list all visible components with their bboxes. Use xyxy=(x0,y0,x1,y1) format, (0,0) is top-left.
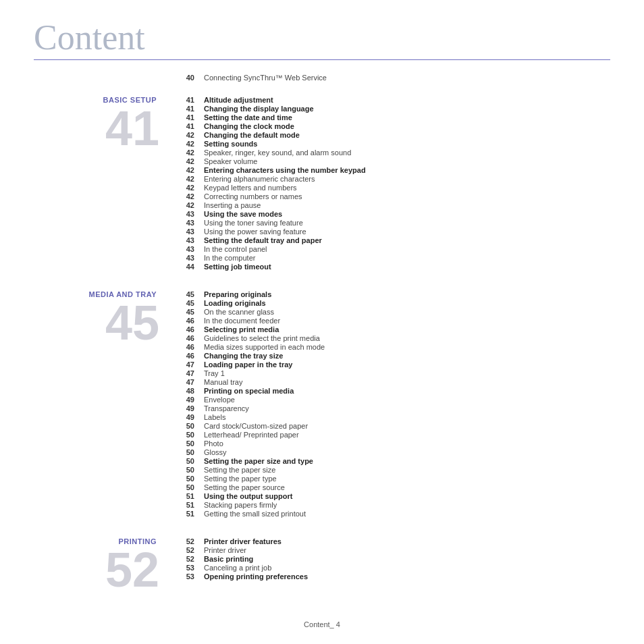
entry-row: 42Speaker, ringer, key sound, and alarm … xyxy=(176,149,610,157)
entry-row: 46Guidelines to select the print media xyxy=(176,334,610,342)
entry-title: Letterhead/ Preprinted paper xyxy=(204,431,299,439)
entry-title: Printer driver xyxy=(204,546,246,554)
section-number: 45 xyxy=(105,298,159,347)
entry-title: Printing on special media xyxy=(204,387,294,395)
entry-row: 52Basic printing xyxy=(176,555,610,563)
entry-row: 43Setting the default tray and paper xyxy=(176,236,610,244)
entry-page-number: 44 xyxy=(176,263,194,271)
entry-row: 46Changing the tray size xyxy=(176,352,610,360)
entry-title: Opening printing preferences xyxy=(204,572,308,581)
entry-page-number: 51 xyxy=(176,492,194,500)
entry-row: 52Printer driver xyxy=(176,546,610,554)
section-label-col: MEDIA AND TRAY45 xyxy=(34,290,169,298)
entry-title: Loading originals xyxy=(204,299,266,307)
entry-title: Photo xyxy=(204,439,223,448)
entry-page-number: 42 xyxy=(176,149,194,157)
entry-title: Canceling a print job xyxy=(204,564,271,572)
entry-page-number: 49 xyxy=(176,396,194,404)
entry-row: 50Setting the paper type xyxy=(176,475,610,483)
entry-row: 44Setting job timeout xyxy=(176,263,610,271)
entry-title: Changing the clock mode xyxy=(204,122,294,130)
entry-page-number: 51 xyxy=(176,510,194,518)
entry-page-number: 46 xyxy=(176,343,194,351)
entry-row: 45On the scanner glass xyxy=(176,308,610,316)
intro-entries: 40 Connecting SyncThru™ Web Service xyxy=(169,74,610,82)
section-label-col: BASIC SETUP41 xyxy=(34,96,169,104)
entry-row: 43In the computer xyxy=(176,254,610,262)
intro-row: 40 Connecting SyncThru™ Web Service xyxy=(34,74,610,82)
entry-row: 50Letterhead/ Preprinted paper xyxy=(176,431,610,439)
entry-page-number: 52 xyxy=(176,555,194,563)
entry-page-number: 41 xyxy=(176,105,194,113)
section-row: MEDIA AND TRAY4545Preparing originals45L… xyxy=(34,290,610,518)
entry-page-number: 45 xyxy=(176,308,194,316)
entry-page-number: 41 xyxy=(176,96,194,104)
entry-title: Entering characters using the number key… xyxy=(204,166,366,174)
entry-page-number: 42 xyxy=(176,131,194,139)
intro-page: 40 xyxy=(176,74,194,82)
entry-row: 47Loading paper in the tray xyxy=(176,360,610,369)
entry-page-number: 53 xyxy=(176,564,194,572)
entry-title: Keypad letters and numbers xyxy=(204,184,297,192)
entry-row: 50Photo xyxy=(176,439,610,448)
entry-page-number: 52 xyxy=(176,546,194,554)
entry-row: 49Transparency xyxy=(176,404,610,412)
entry-page-number: 43 xyxy=(176,210,194,218)
entry-page-number: 49 xyxy=(176,404,194,412)
entry-page-number: 45 xyxy=(176,299,194,307)
entry-page-number: 47 xyxy=(176,360,194,369)
entry-page-number: 48 xyxy=(176,387,194,395)
entry-title: Inserting a pause xyxy=(204,201,261,209)
entry-row: 41Changing the display language xyxy=(176,105,610,113)
entry-row: 43Using the toner saving feature xyxy=(176,219,610,227)
entry-title: Speaker volume xyxy=(204,157,258,165)
title-divider xyxy=(34,59,610,60)
entry-row: 52Printer driver features xyxy=(176,537,610,545)
entry-title: Media sizes supported in each mode xyxy=(204,343,325,351)
entry-page-number: 41 xyxy=(176,113,194,122)
entry-row: 45Loading originals xyxy=(176,299,610,307)
entry-title: Glossy xyxy=(204,448,227,456)
entry-title: Setting the date and time xyxy=(204,113,292,122)
entry-page-number: 50 xyxy=(176,422,194,430)
entry-row: 43In the control panel xyxy=(176,245,610,253)
section-row: BASIC SETUP4141Altitude adjustment41Chan… xyxy=(34,96,610,271)
entry-row: 46Media sizes supported in each mode xyxy=(176,343,610,351)
entry-title: Setting the paper size xyxy=(204,466,275,474)
entry-row: 42Entering alphanumeric characters xyxy=(176,175,610,183)
entry-page-number: 50 xyxy=(176,448,194,456)
entry-page-number: 42 xyxy=(176,175,194,183)
entry-title: Card stock/Custom-sized paper xyxy=(204,422,308,430)
entry-row: 42Speaker volume xyxy=(176,157,610,165)
entry-title: Setting the default tray and paper xyxy=(204,236,322,244)
entry-title: In the control panel xyxy=(204,245,267,253)
entry-row: 53Opening printing preferences xyxy=(176,572,610,581)
entry-title: Loading paper in the tray xyxy=(204,360,292,369)
entry-title: Changing the default mode xyxy=(204,131,300,139)
entry-page-number: 46 xyxy=(176,334,194,342)
section-label-col: PRINTING52 xyxy=(34,537,169,545)
entry-page-number: 43 xyxy=(176,227,194,236)
entry-page-number: 50 xyxy=(176,466,194,474)
entry-title: Transparency xyxy=(204,404,249,412)
entry-row: 51Stacking papers firmly xyxy=(176,501,610,509)
entry-page-number: 45 xyxy=(176,290,194,298)
page-title: Content xyxy=(34,20,610,55)
sections-container: BASIC SETUP4141Altitude adjustment41Chan… xyxy=(34,96,610,600)
entry-page-number: 50 xyxy=(176,475,194,483)
entry-page-number: 46 xyxy=(176,352,194,360)
entry-title: Speaker, ringer, key sound, and alarm so… xyxy=(204,149,351,157)
entry-row: 41Setting the date and time xyxy=(176,113,610,122)
entry-row: 45Preparing originals xyxy=(176,290,610,298)
entry-row: 42Inserting a pause xyxy=(176,201,610,209)
entry-title: Changing the tray size xyxy=(204,352,283,360)
footer: Content_ 4 xyxy=(34,620,610,628)
entry-page-number: 43 xyxy=(176,236,194,244)
entry-page-number: 46 xyxy=(176,325,194,333)
entry-title: Guidelines to select the print media xyxy=(204,334,320,342)
section-number: 52 xyxy=(105,545,159,594)
entry-row: 42Correcting numbers or names xyxy=(176,192,610,200)
entry-title: Labels xyxy=(204,413,225,421)
entry-page-number: 47 xyxy=(176,369,194,377)
entry-title: Setting the paper size and type xyxy=(204,457,313,465)
